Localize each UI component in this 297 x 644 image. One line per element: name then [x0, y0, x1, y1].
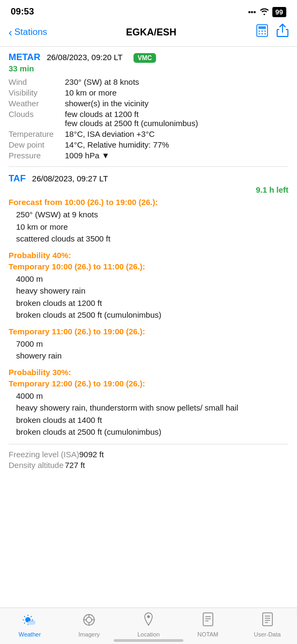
home-indicator [114, 639, 183, 642]
prob40-line-1: heavy showery rain [16, 285, 288, 297]
temp-header-11-19: Temporary 11:00 (26.) to 19:00 (26.): [9, 327, 288, 336]
density-altitude-row: Density altitude 727 ft [9, 460, 288, 470]
weather-tab-label: Weather [19, 631, 41, 638]
temp-11-19-line-1: showery rain [16, 350, 288, 362]
density-altitude-value: 727 ft [65, 460, 85, 470]
tab-weather[interactable]: Weather [0, 614, 60, 638]
svg-point-11 [31, 621, 35, 625]
forecast-body-1: 250° (WSW) at 9 knots 10 km or more scat… [9, 209, 288, 245]
freezing-section: Freezing level (ISA) 9092 ft Density alt… [9, 444, 288, 470]
svg-point-2 [258, 31, 259, 32]
forecast-line-1-2: scattered clouds at 3500 ft [16, 233, 288, 245]
freezing-level-value: 9092 ft [79, 450, 104, 459]
wind-row: Wind 230° (SW) at 8 knots [9, 77, 288, 86]
forecast-group-prob30: Temporary 12:00 (26.) to 19:00 (26.): 40… [9, 379, 288, 438]
density-altitude-label: Density altitude [9, 460, 65, 470]
taf-datetime: 26/08/2023, 09:27 LT [32, 174, 108, 183]
page-title: EGKA/ESH [126, 27, 176, 38]
prob40-line-2: broken clouds at 1200 ft [16, 297, 288, 310]
weather-value: shower(s) in the vicinity [65, 99, 148, 108]
forecast-group-11-19: Temporary 11:00 (26.) to 19:00 (26.): 70… [9, 327, 288, 362]
prob-30-label: Probability 30%: [9, 368, 288, 377]
status-icons: ▪▪▪ 99 [248, 7, 286, 17]
temperature-value: 18°C, ISA deviation +3°C [65, 129, 155, 138]
clouds-values: few clouds at 1200 ft few clouds at 2500… [65, 109, 198, 128]
back-button[interactable]: ‹ Stations [9, 26, 47, 39]
forecast-group-1: Forecast from 10:00 (26.) to 19:00 (26.)… [9, 197, 288, 245]
forecast-body-11-19: 7000 m showery rain [9, 338, 288, 362]
metar-header: METAR 26/08/2023, 09:20 LT VMC [9, 52, 288, 63]
calculator-button[interactable] [255, 24, 269, 41]
tab-notam[interactable]: NOTAM [178, 612, 237, 638]
imagery-tab-label: Imagery [78, 631, 100, 638]
wind-value: 230° (SW) at 8 knots [65, 77, 139, 86]
visibility-label: Visibility [9, 88, 65, 97]
svg-point-6 [262, 33, 263, 34]
forecast-header-1: Forecast from 10:00 (26.) to 19:00 (26.)… [9, 197, 288, 207]
tab-userdata[interactable]: User-Data [237, 612, 297, 638]
prob30-line-2: broken clouds at 1400 ft [16, 414, 288, 427]
nav-actions [255, 24, 288, 41]
dewpoint-value: 14°C, Relative humidity: 77% [65, 140, 169, 149]
pressure-label: Pressure [9, 151, 65, 160]
temp-11-19-line-0: 7000 m [16, 338, 288, 350]
metar-datetime: 26/08/2023, 09:20 LT [47, 53, 123, 62]
pressure-value: 1009 hPa ▼ [65, 151, 109, 160]
wifi-icon [259, 8, 269, 17]
taf-label: TAF [9, 173, 26, 184]
battery-icon: 99 [272, 7, 286, 17]
svg-point-3 [262, 31, 263, 32]
notam-tab-label: NOTAM [197, 631, 218, 638]
visibility-value: 10 km or more [65, 88, 117, 97]
vmc-badge: VMC [133, 53, 157, 63]
prob30-line-1: heavy showery rain, thunderstorm with sn… [16, 402, 288, 414]
signal-icon: ▪▪▪ [248, 8, 256, 16]
clouds-value-2: few clouds at 2500 ft (cumulonimbus) [65, 119, 198, 128]
taf-remaining: 9.1 h left [9, 185, 288, 194]
back-label: Stations [14, 27, 47, 38]
visibility-row: Visibility 10 km or more [9, 88, 288, 97]
freezing-level-row: Freezing level (ISA) 9092 ft [9, 450, 288, 459]
nav-bar: ‹ Stations EGKA/ESH [0, 20, 297, 47]
status-time: 09:53 [11, 6, 34, 17]
forecast-line-1-0: 250° (WSW) at 9 knots [16, 209, 288, 221]
clouds-value-1: few clouds at 1200 ft [65, 109, 198, 119]
temp-header-12-19: Temporary 12:00 (26.) to 19:00 (26.): [9, 379, 288, 388]
prob40-line-3: broken clouds at 2500 ft (cumulonimbus) [16, 309, 288, 321]
imagery-tab-icon [83, 613, 95, 630]
taf-header: TAF 26/08/2023, 09:27 LT [9, 173, 288, 184]
section-divider [9, 166, 288, 167]
dewpoint-row: Dew point 14°C, Relative humidity: 77% [9, 140, 288, 149]
metar-label: METAR [9, 52, 40, 63]
weather-tab-icon [23, 614, 36, 630]
pressure-row: Pressure 1009 hPa ▼ [9, 151, 288, 160]
status-bar: 09:53 ▪▪▪ 99 [0, 0, 297, 20]
prob40-line-0: 4000 m [16, 273, 288, 286]
notam-tab-icon [202, 612, 214, 630]
prob30-line-3: broken clouds at 2500 ft (cumulonimbus) [16, 426, 288, 438]
location-tab-icon [143, 612, 154, 630]
temperature-row: Temperature 18°C, ISA deviation +3°C [9, 129, 288, 138]
forecast-body-prob30: 4000 m heavy showery rain, thunderstorm … [9, 390, 288, 438]
clouds-row: Clouds few clouds at 1200 ft few clouds … [9, 109, 288, 128]
tab-bar: Weather Imagery Location [0, 608, 297, 644]
svg-point-18 [147, 616, 150, 618]
temperature-label: Temperature [9, 129, 65, 138]
metar-age: 33 min [9, 64, 288, 73]
prob-40-label: Probability 40%: [9, 251, 288, 260]
userdata-tab-label: User-Data [254, 631, 281, 638]
svg-point-13 [86, 617, 92, 623]
main-content: METAR 26/08/2023, 09:20 LT VMC 33 min Wi… [0, 47, 297, 525]
share-button[interactable] [277, 24, 288, 41]
wind-label: Wind [9, 77, 65, 86]
forecast-line-1-1: 10 km or more [16, 221, 288, 233]
svg-point-7 [264, 33, 265, 34]
clouds-label: Clouds [9, 109, 65, 128]
tab-imagery[interactable]: Imagery [60, 613, 119, 638]
tab-location[interactable]: Location [119, 612, 179, 638]
weather-label: Weather [9, 99, 65, 108]
freezing-level-label: Freezing level (ISA) [9, 450, 79, 459]
location-tab-label: Location [137, 631, 160, 638]
dewpoint-label: Dew point [9, 140, 65, 149]
userdata-tab-icon [262, 612, 273, 630]
